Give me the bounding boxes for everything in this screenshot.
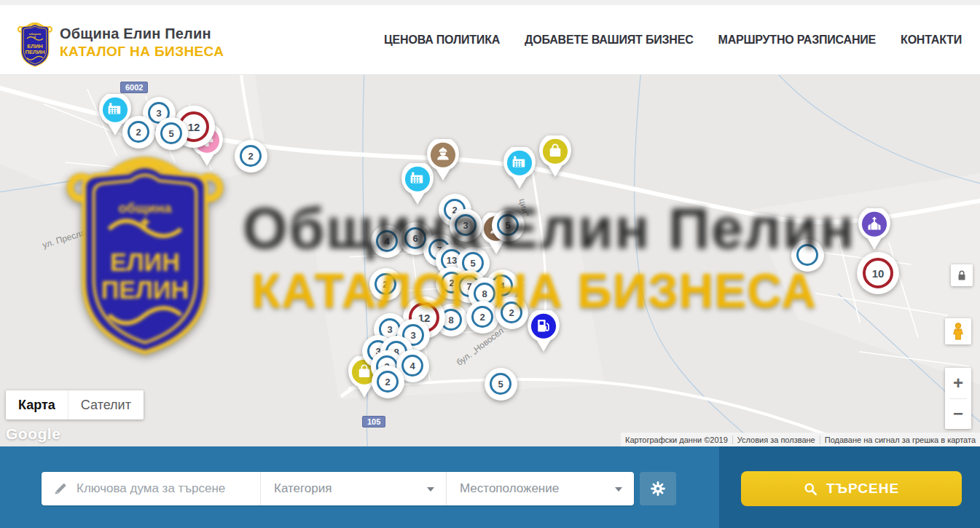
watermark-crest-small-text: община: [118, 200, 172, 216]
cluster-count: 2: [248, 151, 253, 162]
cluster-count: 2: [385, 377, 390, 387]
chevron-down-icon: [427, 487, 434, 492]
location-select-label: Местоположение: [460, 481, 559, 496]
search-bar: Категория Местоположение: [0, 446, 980, 528]
cluster-count: 12: [188, 121, 200, 133]
map-attribution: Картографски данни ©2019 Условия за полз…: [621, 433, 980, 446]
nav-item-3[interactable]: КОНТАКТИ: [901, 34, 962, 47]
cluster-count: 3: [387, 324, 392, 335]
brand: Община Елин Пелин КАТАЛОГ НА БИЗНЕСА: [60, 25, 224, 60]
pegman-icon: [950, 323, 966, 340]
pencil-icon: [53, 481, 68, 496]
municipality-crest-logo: община ЕЛИН ПЕЛИН: [16, 22, 54, 68]
crest-line1: ЕЛИН: [27, 43, 43, 50]
cluster-marker[interactable]: 5: [485, 368, 517, 401]
watermark-crest-line2: ПЕЛИН: [101, 276, 189, 304]
cluster-count: 5: [498, 379, 503, 390]
zoom-out-button[interactable]: −: [945, 399, 971, 430]
cluster-count: 5: [168, 128, 173, 139]
lock-icon: [954, 268, 969, 283]
brand-subtitle: КАТАЛОГ НА БИЗНЕСА: [60, 44, 224, 60]
terms-link[interactable]: Условия за ползване: [732, 436, 820, 444]
zoom-control: + −: [945, 368, 971, 429]
keyword-field-wrap: [42, 472, 260, 505]
nav-item-0[interactable]: ЦЕНОВА ПОЛИТИКА: [384, 34, 500, 47]
brand-title: Община Елин Пелин: [60, 25, 224, 42]
gear-icon: [650, 481, 666, 497]
watermark-subtitle: КАТАЛОГ НА БИЗНЕСА: [251, 263, 817, 318]
category-select-label: Категория: [274, 481, 332, 496]
pegman-button[interactable]: [945, 318, 971, 344]
cluster-marker[interactable]: 2: [235, 140, 267, 173]
crest-small-text: община: [29, 32, 42, 36]
google-logo[interactable]: Google: [6, 425, 60, 443]
watermark-title: Община Елин Пелин: [243, 195, 855, 262]
road-badge: 6002: [120, 82, 148, 93]
map-type-map-button[interactable]: Карта: [6, 390, 68, 419]
cluster-marker[interactable]: 2: [372, 366, 404, 398]
top-strip: [0, 0, 980, 5]
main-nav: ЦЕНОВА ПОЛИТИКАДОБАВЕТЕ ВАШИЯТ БИЗНЕСМАР…: [384, 5, 962, 75]
cluster-count: 10: [872, 267, 885, 280]
map-type-control: Карта Сателит: [6, 390, 144, 419]
cluster-count: 3: [410, 330, 415, 341]
cluster-marker[interactable]: 10: [857, 252, 899, 294]
map-type-satellite-button[interactable]: Сателит: [68, 390, 144, 419]
church-pin-marker[interactable]: [858, 208, 891, 253]
lock-button[interactable]: [951, 264, 973, 286]
cluster-count: 3: [156, 108, 161, 119]
zoom-in-button[interactable]: +: [945, 368, 971, 398]
chevron-down-icon: [615, 487, 622, 492]
category-select[interactable]: Категория: [260, 472, 446, 505]
cluster-count: 2: [136, 127, 141, 138]
cluster-count: 4: [409, 360, 415, 371]
search-icon: [804, 482, 818, 496]
location-select[interactable]: Местоположение: [446, 472, 634, 505]
crest-line2: ПЕЛИН: [25, 49, 45, 55]
search-field-group: Категория Местоположение: [42, 472, 634, 505]
building-pin-marker[interactable]: [503, 147, 536, 192]
bag-pin-marker[interactable]: [538, 135, 572, 181]
nav-item-2[interactable]: МАРШРУТНО РАЗПИСАНИЕ: [718, 34, 877, 47]
search-button[interactable]: ТЪРСЕНЕ: [741, 471, 962, 506]
cluster-marker[interactable]: 5: [155, 117, 188, 150]
keyword-search-input[interactable]: [77, 481, 251, 496]
page: община ЕЛИН ПЕЛИН Община Елин Пелин КАТА…: [0, 0, 980, 528]
map-canvas[interactable]: ул. Преславбул. „Новоселции" 6002105 123…: [0, 75, 980, 446]
nav-item-1[interactable]: ДОБАВЕТЕ ВАШИЯТ БИЗНЕС: [525, 34, 693, 47]
advanced-settings-button[interactable]: [640, 472, 676, 505]
watermark-crest-line1: ЕЛИН: [110, 248, 180, 276]
header: община ЕЛИН ПЕЛИН Община Елин Пелин КАТА…: [0, 5, 980, 75]
search-button-label: ТЪРСЕНЕ: [826, 481, 899, 497]
report-error-link[interactable]: Подаване на сигнал за грешка в картата: [820, 436, 980, 444]
cluster-marker[interactable]: 2: [122, 116, 155, 149]
attribution-data: Картографски данни ©2019: [621, 436, 732, 444]
watermark-crest: община ЕЛИН ПЕЛИН: [62, 154, 228, 362]
road-badge: 105: [362, 416, 385, 427]
